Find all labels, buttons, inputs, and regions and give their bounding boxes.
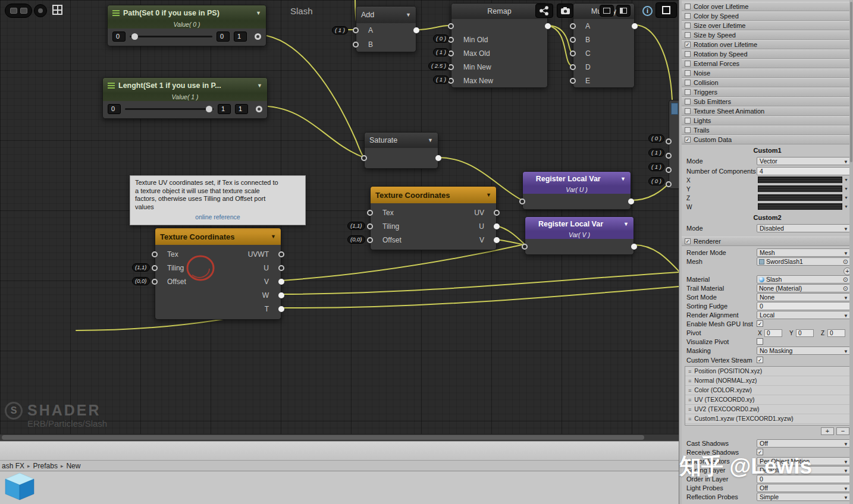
chevron-down-icon[interactable]: ▼	[486, 192, 491, 198]
sort-mode-dropdown[interactable]: None▼	[757, 293, 851, 301]
node-register-local-var-v[interactable]: Register Local Var ▼ Var( V )	[525, 216, 634, 255]
module-checkbox[interactable]: ✓	[685, 42, 691, 48]
stream-row[interactable]: ≡Normal (NORMAL.xyz)	[685, 376, 849, 386]
input-port[interactable]	[367, 223, 373, 229]
breadcrumb-folder[interactable]: Prefabs	[33, 462, 58, 470]
node-texture-coordinates-uv[interactable]: Texture Coordinates ▼ Tex UV Tiling U Of…	[370, 186, 497, 250]
chevron-down-icon[interactable]: ▼	[623, 221, 629, 227]
port-value-badge[interactable]: ( 1 )	[433, 75, 449, 84]
min-field[interactable]: 1	[218, 104, 231, 114]
cast-shadows-dropdown[interactable]: Off▼	[757, 439, 851, 448]
gpu-instancing-checkbox[interactable]: ✓	[757, 320, 763, 327]
module-checkbox[interactable]	[685, 70, 691, 76]
pivot-x-field[interactable]: 0	[764, 329, 782, 337]
node-clipped-right[interactable]	[669, 100, 679, 189]
chevron-down-icon[interactable]: ▼	[406, 12, 411, 18]
chevron-down-icon[interactable]: ▼	[257, 83, 262, 89]
chevron-down-icon[interactable]: ▼	[271, 234, 276, 240]
breadcrumb-leaf[interactable]: New	[66, 462, 80, 470]
slider-knob[interactable]	[131, 33, 138, 40]
input-port[interactable]	[666, 153, 672, 159]
node-add[interactable]: Add ▼ A B	[356, 6, 416, 52]
maximize-button[interactable]	[656, 2, 677, 18]
module-row-renderer[interactable]: ✓Renderer	[682, 237, 853, 246]
connection-wire[interactable]	[256, 34, 364, 158]
grid-snap-icon[interactable]	[52, 5, 62, 15]
node-saturate-header[interactable]: Saturate ▼	[365, 133, 438, 148]
module-checkbox[interactable]	[685, 108, 691, 114]
online-reference-link[interactable]: online reference	[135, 213, 300, 222]
node-remap[interactable]: Remap Min Old Max Old Min New Max New	[451, 3, 548, 88]
material-object-field[interactable]: Slash⊙	[757, 275, 851, 284]
output-port[interactable]	[413, 27, 419, 33]
module-checkbox[interactable]	[685, 23, 691, 29]
module-row[interactable]: Sub Emitters	[682, 97, 853, 106]
output-port[interactable]	[435, 155, 441, 161]
slider-knob[interactable]	[206, 106, 212, 112]
module-checkbox[interactable]: ✓	[685, 238, 691, 244]
module-row[interactable]: ✓Custom Data	[682, 135, 853, 144]
module-checkbox[interactable]	[685, 4, 691, 10]
module-row[interactable]: External Forces	[682, 59, 853, 68]
input-port[interactable]	[570, 51, 576, 56]
input-port[interactable]	[353, 27, 359, 33]
connection-wire[interactable]	[634, 245, 679, 271]
port-value-badge[interactable]: ( 0 )	[648, 177, 664, 185]
node-add-header[interactable]: Add ▼	[356, 7, 416, 23]
menu-icon[interactable]	[108, 83, 115, 89]
object-picker-icon[interactable]: ⊙	[843, 276, 848, 283]
module-row[interactable]: Color by Speed	[682, 11, 853, 21]
panel-layout-button[interactable]	[600, 5, 614, 17]
inspector-scrollbar-thumb[interactable]	[850, 2, 852, 162]
module-checkbox[interactable]	[685, 127, 691, 133]
info-icon[interactable]: i	[642, 6, 653, 16]
shader-graph-canvas[interactable]: Path(Set 0 if you use in PS) ▼ Value( 0 …	[0, 0, 679, 434]
input-port[interactable]	[367, 210, 373, 216]
pivot-y-field[interactable]: 0	[796, 329, 814, 337]
object-picker-icon[interactable]: ⊙	[843, 285, 848, 292]
value-slider[interactable]	[130, 36, 212, 37]
module-row[interactable]: Color over Lifetime	[682, 2, 853, 11]
add-stream-button[interactable]: +	[821, 427, 834, 435]
screenshot-button[interactable]	[557, 4, 573, 18]
stream-row[interactable]: ≡UV2 (TEXCOORD0.zw)	[685, 405, 849, 414]
curve-field-z[interactable]	[758, 194, 842, 201]
port-value-badge[interactable]: ( 0 )	[433, 34, 449, 43]
output-port[interactable]	[628, 199, 634, 204]
value-slider[interactable]	[125, 108, 214, 110]
visualize-pivot-checkbox[interactable]	[757, 338, 763, 345]
node-texcoord-header[interactable]: Texture Coordinates ▼	[155, 228, 281, 245]
prefab-cube-icon[interactable]	[5, 472, 35, 501]
input-port[interactable]	[570, 78, 576, 84]
node-register-header[interactable]: Register Local Var ▼	[523, 172, 631, 186]
breadcrumb-root[interactable]: ash FX	[2, 462, 24, 470]
curve-field-w[interactable]	[758, 203, 842, 210]
output-port[interactable]	[278, 251, 284, 257]
module-checkbox[interactable]	[685, 99, 691, 105]
node-length-header[interactable]: Lenght(Set 1 if you use in P... ▼	[103, 78, 267, 93]
module-row[interactable]: Noise	[682, 68, 853, 78]
module-checkbox[interactable]	[685, 13, 691, 19]
drag-handle-icon[interactable]: ≡	[688, 378, 691, 384]
input-port[interactable]	[519, 199, 525, 204]
remove-stream-button[interactable]: −	[836, 427, 849, 435]
chevron-down-icon[interactable]: ▼	[844, 178, 848, 182]
canvas-hscrollbar-thumb[interactable]	[2, 435, 644, 440]
module-checkbox[interactable]	[685, 51, 691, 57]
chevron-down-icon[interactable]: ▼	[620, 176, 626, 182]
module-row[interactable]: Lights	[682, 116, 853, 125]
share-button[interactable]	[535, 4, 553, 18]
stream-row[interactable]: ≡UV (TEXCOORD0.xy)	[685, 395, 849, 405]
output-port[interactable]	[545, 23, 551, 29]
module-checkbox[interactable]	[685, 118, 691, 124]
mesh-object-field[interactable]: SwordSlash1⊙	[757, 257, 851, 266]
output-port[interactable]	[494, 210, 500, 216]
mode2-dropdown[interactable]: Disabled▼	[757, 224, 851, 232]
value-field[interactable]: 0	[108, 104, 121, 114]
output-port[interactable]	[494, 237, 500, 243]
output-port[interactable]	[278, 292, 284, 298]
input-port[interactable]	[353, 42, 359, 48]
connection-wire[interactable]	[416, 26, 449, 30]
drag-handle-icon[interactable]: ≡	[688, 416, 691, 422]
pivot-z-field[interactable]: 0	[827, 329, 845, 337]
